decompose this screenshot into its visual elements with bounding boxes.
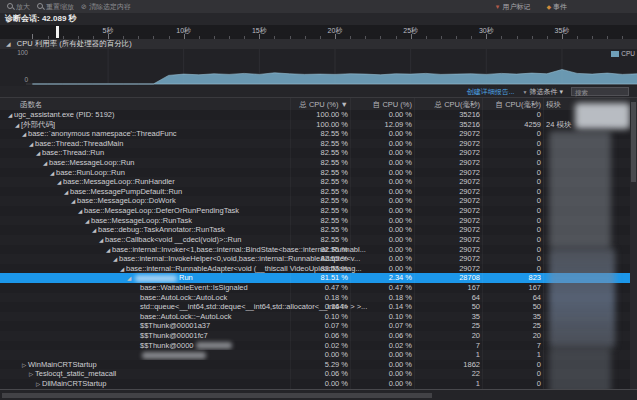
function-name: base::debug::TaskAnnotator::RunTask (98, 225, 225, 234)
table-row[interactable]: ◢base::MessageLoop::RunTask82.55 %0.00 %… (0, 216, 630, 226)
self-cpu-ms: 0 (537, 235, 541, 245)
total-cpu-pct: 82.55 % (320, 168, 348, 178)
timeline-caret[interactable] (56, 26, 59, 38)
table-row[interactable]: base::AutoLock::~AutoLock0.10 %0.10 %353… (0, 312, 630, 322)
self-cpu-ms: 0 (537, 148, 541, 158)
self-cpu-ms: 0 (537, 206, 541, 216)
horizontal-scrollbar[interactable] (0, 389, 637, 400)
zoom-reset-button[interactable]: 重置缩放 (37, 2, 74, 12)
table-row[interactable]: $$Thunk@00000.02 %0.02 %77 (0, 341, 630, 351)
total-cpu-ms: 29072 (459, 177, 480, 187)
table-row[interactable]: ◢[外部代码]100.00 %12.09 %35216425924 模块 (0, 120, 630, 130)
function-name: [外部代码] (21, 120, 55, 129)
total-cpu-ms: 29072 (459, 206, 480, 216)
table-row[interactable]: ◢base::internal::RunnableAdapter<void (_… (0, 264, 630, 274)
table-row[interactable]: ◢base::internal::InvokeHelper<0,void,bas… (0, 254, 630, 264)
column-separator (350, 98, 351, 389)
table-row[interactable]: base::WaitableEvent::IsSignaled0.47 %0.4… (0, 283, 630, 293)
table-row[interactable]: $$Thunk@00001fc70.06 %0.06 %2020 (0, 331, 630, 341)
function-name: WinMainCRTStartup (28, 360, 97, 369)
table-row[interactable]: ◢base::MessageLoop::Run82.55 %0.00 %2907… (0, 158, 630, 168)
table-row[interactable]: ◢ugc_assistant.exe (PID: 5192)100.00 %0.… (0, 110, 630, 120)
triangle-marker-icon: ▼ (494, 4, 500, 10)
search-input[interactable]: 搜索 (571, 87, 629, 96)
censored-text (142, 352, 206, 359)
session-duration: 诊断会话: 42.089 秒 (0, 13, 637, 25)
table-row[interactable]: ◢base::Thread::Run82.55 %0.00 %290720 (0, 148, 630, 158)
filter-dropdown[interactable]: ▼ 筛选条件 ▾ (523, 87, 563, 97)
total-cpu-ms: 1 (476, 379, 480, 389)
events-legend[interactable]: ◆ 事件 (546, 2, 567, 12)
column-header-module[interactable]: 模块 (546, 100, 561, 110)
ruler-tick-label: 30秒 (479, 26, 494, 36)
table-row[interactable]: ▷WinMainCRTStartup5.29 %0.00 %18620 (0, 360, 630, 370)
self-cpu-pct: 0.02 % (389, 341, 412, 351)
total-cpu-ms: 29072 (459, 158, 480, 168)
total-cpu-pct: 82.55 % (320, 216, 348, 226)
censor-patch (549, 348, 611, 394)
table-row[interactable]: ◢base::RunLoop::Run82.55 %0.00 %290720 (0, 168, 630, 178)
zoom-reset-label: 重置缩放 (46, 2, 74, 12)
total-cpu-ms: 50 (472, 302, 480, 312)
table-row[interactable]: std::queue<__int64,std::deque<__int64,st… (0, 302, 630, 312)
total-cpu-pct: 82.55 % (320, 139, 348, 149)
table-row[interactable]: ◢base::internal::Invoker<1,base::interna… (0, 245, 630, 255)
total-cpu-pct: 82.55 % (320, 148, 348, 158)
chevron-down-icon: ▾ (559, 88, 563, 96)
self-cpu-pct: 0.07 % (389, 321, 412, 331)
vertical-scrollbar-thumb[interactable] (631, 102, 636, 182)
function-name: Teslocqt_static_metacall (35, 369, 116, 378)
timeline-ruler[interactable]: 5秒10秒15秒20秒25秒30秒35秒 (0, 25, 637, 40)
horizontal-scrollbar-thumb[interactable] (2, 393, 432, 398)
table-row[interactable]: ◢base::Callback<void __cdecl(void)>::Run… (0, 235, 630, 245)
table-row[interactable]: $$Thunk@00001a370.07 %0.07 %2525 (0, 321, 630, 331)
total-cpu-pct: 5.29 % (325, 360, 348, 370)
table-row[interactable]: ▷Teslocqt_static_metacall0.06 %0.00 %220 (0, 369, 630, 379)
column-header-self-cpu-pct[interactable]: 自 CPU (%) (373, 100, 412, 110)
vertical-scrollbar[interactable] (630, 98, 637, 389)
zoom-in-button[interactable]: 放大 (7, 2, 30, 12)
column-header-function[interactable]: 函数名 (20, 100, 43, 110)
function-name: base::MessageLoop::DoWork (77, 196, 176, 205)
call-tree: ◢ugc_assistant.exe (PID: 5192)100.00 %0.… (0, 110, 637, 389)
censor-patch (549, 248, 615, 348)
create-report-link[interactable]: 创建详细报告... (467, 87, 515, 97)
censor-patch (549, 131, 611, 248)
total-cpu-pct: 0.06 % (325, 331, 348, 341)
column-header-total-cpu-pct[interactable]: 总 CPU (%) ▼ (299, 100, 348, 110)
cpu-track-header[interactable]: ◢ CPU 利用率 (所有处理器的百分比) (0, 39, 637, 49)
table-row[interactable]: ▷DllMainCRTStartup0.00 %0.00 %10 (0, 379, 630, 389)
self-cpu-ms: 4259 (524, 120, 541, 130)
self-cpu-ms: 0 (537, 254, 541, 264)
function-name: base::AutoLock::AutoLock (140, 293, 227, 302)
table-row[interactable]: ◢base::Thread::ThreadMain82.55 %0.00 %29… (0, 139, 630, 149)
cpu-area-series (0, 49, 637, 86)
row-expander-icon[interactable]: ▷ (34, 380, 42, 389)
total-cpu-ms: 20 (472, 331, 480, 341)
user-marks-legend[interactable]: ▼ 用户标记 (494, 2, 530, 12)
table-row[interactable]: ◢base::MessageLoop::DoWork82.55 %0.00 %2… (0, 196, 630, 206)
total-cpu-pct: 82.55 % (320, 158, 348, 168)
function-name: ugc_assistant.exe (PID: 5192) (14, 110, 114, 119)
table-row-selected[interactable]: ◢Run81.51 %2.34 %28708823 (0, 273, 630, 283)
table-row[interactable]: ◢base::MessageLoop::DeferOrRunPendingTas… (0, 206, 630, 216)
column-separator (482, 98, 483, 389)
clear-selection-label: 清除选定内容 (89, 2, 131, 12)
table-row[interactable]: ◢base::`anonymous namespace'::ThreadFunc… (0, 129, 630, 139)
table-row[interactable]: base::AutoLock::AutoLock0.18 %0.18 %6464 (0, 293, 630, 303)
table-row[interactable]: ◢base::debug::TaskAnnotator::RunTask82.5… (0, 225, 630, 235)
clear-selection-button[interactable]: ⊘ 清除选定内容 (81, 2, 131, 12)
table-row[interactable]: ◢base::MessageLoop::RunHandler82.55 %0.0… (0, 177, 630, 187)
clear-selection-icon: ⊘ (81, 3, 87, 11)
track-expander-icon[interactable]: ◢ (6, 41, 11, 47)
self-cpu-pct: 0.00 % (389, 369, 412, 379)
function-name: base::MessageLoop::RunTask (91, 216, 192, 225)
zoom-reset-icon (37, 3, 44, 10)
self-cpu-ms: 0 (537, 196, 541, 206)
column-header-self-cpu-ms[interactable]: 自 CPU(毫秒) (496, 100, 541, 110)
cpu-chart[interactable]: 100 0 CPU (0, 49, 637, 86)
total-cpu-pct: 0.18 % (325, 293, 348, 303)
column-header-total-cpu-ms[interactable]: 总 CPU(毫秒) (435, 100, 480, 110)
table-row[interactable]: ◢base::MessagePumpDefault::Run82.55 %0.0… (0, 187, 630, 197)
table-row[interactable]: 0.00 %0.00 %11 (0, 350, 630, 360)
